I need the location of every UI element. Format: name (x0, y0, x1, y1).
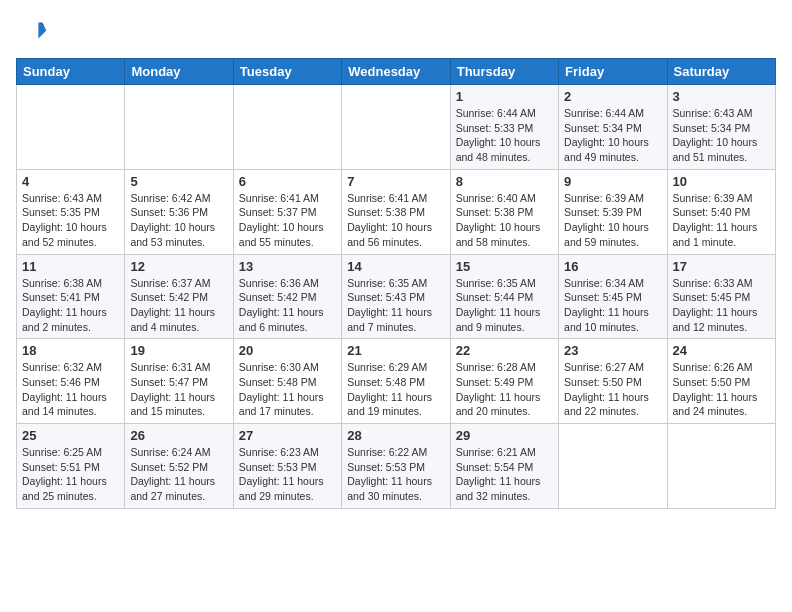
day-number: 9 (564, 174, 661, 189)
day-info: Sunrise: 6:31 AM Sunset: 5:47 PM Dayligh… (130, 360, 227, 419)
day-number: 26 (130, 428, 227, 443)
day-number: 22 (456, 343, 553, 358)
day-info: Sunrise: 6:38 AM Sunset: 5:41 PM Dayligh… (22, 276, 119, 335)
day-info: Sunrise: 6:40 AM Sunset: 5:38 PM Dayligh… (456, 191, 553, 250)
header-thursday: Thursday (450, 59, 558, 85)
header-monday: Monday (125, 59, 233, 85)
calendar-header-row: SundayMondayTuesdayWednesdayThursdayFrid… (17, 59, 776, 85)
day-info: Sunrise: 6:39 AM Sunset: 5:40 PM Dayligh… (673, 191, 770, 250)
calendar-cell: 16Sunrise: 6:34 AM Sunset: 5:45 PM Dayli… (559, 254, 667, 339)
day-info: Sunrise: 6:36 AM Sunset: 5:42 PM Dayligh… (239, 276, 336, 335)
day-number: 6 (239, 174, 336, 189)
day-info: Sunrise: 6:44 AM Sunset: 5:33 PM Dayligh… (456, 106, 553, 165)
logo-area (16, 16, 52, 48)
calendar-cell: 22Sunrise: 6:28 AM Sunset: 5:49 PM Dayli… (450, 339, 558, 424)
calendar-cell: 3Sunrise: 6:43 AM Sunset: 5:34 PM Daylig… (667, 85, 775, 170)
day-number: 24 (673, 343, 770, 358)
calendar-cell (559, 424, 667, 509)
calendar-cell (17, 85, 125, 170)
calendar-cell: 27Sunrise: 6:23 AM Sunset: 5:53 PM Dayli… (233, 424, 341, 509)
calendar-week-row: 11Sunrise: 6:38 AM Sunset: 5:41 PM Dayli… (17, 254, 776, 339)
day-info: Sunrise: 6:43 AM Sunset: 5:35 PM Dayligh… (22, 191, 119, 250)
calendar-cell: 1Sunrise: 6:44 AM Sunset: 5:33 PM Daylig… (450, 85, 558, 170)
day-number: 12 (130, 259, 227, 274)
day-info: Sunrise: 6:24 AM Sunset: 5:52 PM Dayligh… (130, 445, 227, 504)
calendar-cell: 13Sunrise: 6:36 AM Sunset: 5:42 PM Dayli… (233, 254, 341, 339)
header-tuesday: Tuesday (233, 59, 341, 85)
day-info: Sunrise: 6:29 AM Sunset: 5:48 PM Dayligh… (347, 360, 444, 419)
day-number: 15 (456, 259, 553, 274)
calendar-cell: 29Sunrise: 6:21 AM Sunset: 5:54 PM Dayli… (450, 424, 558, 509)
calendar-cell (667, 424, 775, 509)
day-info: Sunrise: 6:28 AM Sunset: 5:49 PM Dayligh… (456, 360, 553, 419)
header-friday: Friday (559, 59, 667, 85)
calendar-cell: 12Sunrise: 6:37 AM Sunset: 5:42 PM Dayli… (125, 254, 233, 339)
day-number: 29 (456, 428, 553, 443)
calendar-cell: 19Sunrise: 6:31 AM Sunset: 5:47 PM Dayli… (125, 339, 233, 424)
day-info: Sunrise: 6:43 AM Sunset: 5:34 PM Dayligh… (673, 106, 770, 165)
calendar-cell: 25Sunrise: 6:25 AM Sunset: 5:51 PM Dayli… (17, 424, 125, 509)
calendar-cell: 28Sunrise: 6:22 AM Sunset: 5:53 PM Dayli… (342, 424, 450, 509)
day-info: Sunrise: 6:35 AM Sunset: 5:43 PM Dayligh… (347, 276, 444, 335)
day-number: 13 (239, 259, 336, 274)
day-number: 17 (673, 259, 770, 274)
day-number: 5 (130, 174, 227, 189)
calendar-table: SundayMondayTuesdayWednesdayThursdayFrid… (16, 58, 776, 509)
calendar-cell: 10Sunrise: 6:39 AM Sunset: 5:40 PM Dayli… (667, 169, 775, 254)
day-number: 14 (347, 259, 444, 274)
day-info: Sunrise: 6:32 AM Sunset: 5:46 PM Dayligh… (22, 360, 119, 419)
day-number: 21 (347, 343, 444, 358)
logo-icon (16, 16, 48, 48)
day-number: 25 (22, 428, 119, 443)
calendar-cell: 26Sunrise: 6:24 AM Sunset: 5:52 PM Dayli… (125, 424, 233, 509)
day-number: 4 (22, 174, 119, 189)
day-info: Sunrise: 6:42 AM Sunset: 5:36 PM Dayligh… (130, 191, 227, 250)
day-number: 3 (673, 89, 770, 104)
header-sunday: Sunday (17, 59, 125, 85)
calendar-cell: 11Sunrise: 6:38 AM Sunset: 5:41 PM Dayli… (17, 254, 125, 339)
day-info: Sunrise: 6:25 AM Sunset: 5:51 PM Dayligh… (22, 445, 119, 504)
day-number: 23 (564, 343, 661, 358)
day-number: 11 (22, 259, 119, 274)
calendar-cell: 7Sunrise: 6:41 AM Sunset: 5:38 PM Daylig… (342, 169, 450, 254)
day-number: 27 (239, 428, 336, 443)
page: SundayMondayTuesdayWednesdayThursdayFrid… (0, 0, 792, 612)
day-number: 19 (130, 343, 227, 358)
day-info: Sunrise: 6:37 AM Sunset: 5:42 PM Dayligh… (130, 276, 227, 335)
calendar-cell (233, 85, 341, 170)
day-info: Sunrise: 6:33 AM Sunset: 5:45 PM Dayligh… (673, 276, 770, 335)
calendar-cell: 9Sunrise: 6:39 AM Sunset: 5:39 PM Daylig… (559, 169, 667, 254)
header (16, 16, 776, 48)
day-info: Sunrise: 6:39 AM Sunset: 5:39 PM Dayligh… (564, 191, 661, 250)
calendar-cell (125, 85, 233, 170)
calendar-cell: 4Sunrise: 6:43 AM Sunset: 5:35 PM Daylig… (17, 169, 125, 254)
day-info: Sunrise: 6:30 AM Sunset: 5:48 PM Dayligh… (239, 360, 336, 419)
day-info: Sunrise: 6:41 AM Sunset: 5:38 PM Dayligh… (347, 191, 444, 250)
day-info: Sunrise: 6:35 AM Sunset: 5:44 PM Dayligh… (456, 276, 553, 335)
day-info: Sunrise: 6:27 AM Sunset: 5:50 PM Dayligh… (564, 360, 661, 419)
calendar-cell: 2Sunrise: 6:44 AM Sunset: 5:34 PM Daylig… (559, 85, 667, 170)
calendar-cell: 23Sunrise: 6:27 AM Sunset: 5:50 PM Dayli… (559, 339, 667, 424)
day-number: 28 (347, 428, 444, 443)
calendar-cell: 24Sunrise: 6:26 AM Sunset: 5:50 PM Dayli… (667, 339, 775, 424)
calendar-cell: 18Sunrise: 6:32 AM Sunset: 5:46 PM Dayli… (17, 339, 125, 424)
day-info: Sunrise: 6:23 AM Sunset: 5:53 PM Dayligh… (239, 445, 336, 504)
day-number: 7 (347, 174, 444, 189)
calendar-cell: 5Sunrise: 6:42 AM Sunset: 5:36 PM Daylig… (125, 169, 233, 254)
calendar-cell: 8Sunrise: 6:40 AM Sunset: 5:38 PM Daylig… (450, 169, 558, 254)
day-info: Sunrise: 6:41 AM Sunset: 5:37 PM Dayligh… (239, 191, 336, 250)
day-number: 18 (22, 343, 119, 358)
day-number: 1 (456, 89, 553, 104)
day-info: Sunrise: 6:26 AM Sunset: 5:50 PM Dayligh… (673, 360, 770, 419)
day-info: Sunrise: 6:34 AM Sunset: 5:45 PM Dayligh… (564, 276, 661, 335)
day-number: 20 (239, 343, 336, 358)
day-number: 8 (456, 174, 553, 189)
day-number: 2 (564, 89, 661, 104)
calendar-cell: 20Sunrise: 6:30 AM Sunset: 5:48 PM Dayli… (233, 339, 341, 424)
calendar-cell (342, 85, 450, 170)
calendar-week-row: 1Sunrise: 6:44 AM Sunset: 5:33 PM Daylig… (17, 85, 776, 170)
day-info: Sunrise: 6:44 AM Sunset: 5:34 PM Dayligh… (564, 106, 661, 165)
calendar-week-row: 4Sunrise: 6:43 AM Sunset: 5:35 PM Daylig… (17, 169, 776, 254)
calendar-cell: 6Sunrise: 6:41 AM Sunset: 5:37 PM Daylig… (233, 169, 341, 254)
day-info: Sunrise: 6:21 AM Sunset: 5:54 PM Dayligh… (456, 445, 553, 504)
